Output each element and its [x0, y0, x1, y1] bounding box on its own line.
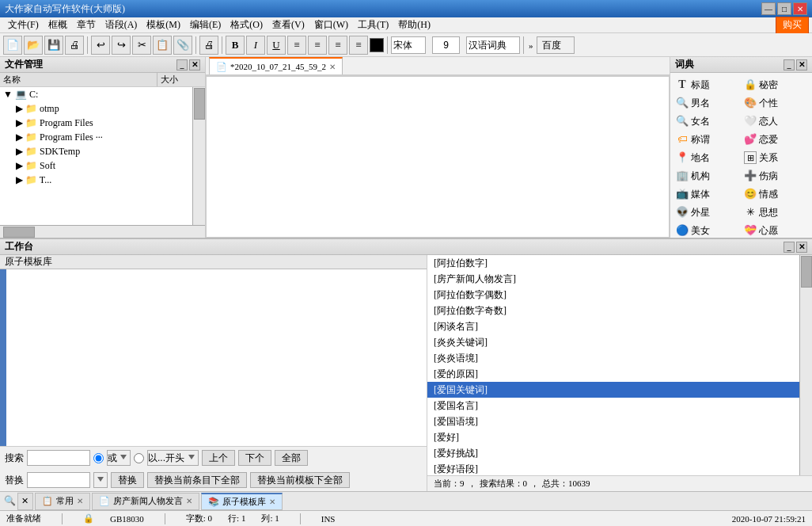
buy-button[interactable]: 购买	[776, 17, 809, 34]
list-item[interactable]: [阿拉伯数字奇数]	[427, 303, 799, 318]
list-item[interactable]: [爱好]	[427, 429, 799, 445]
radio-or[interactable]	[93, 453, 104, 463]
all-button[interactable]: 全部	[275, 450, 308, 466]
file-tree-hscrollbar[interactable]	[0, 225, 205, 238]
bottom-tab-close1[interactable]: ✕	[17, 493, 33, 510]
menu-format[interactable]: 格式(O)	[226, 17, 268, 33]
menu-view[interactable]: 查看(V)	[268, 17, 309, 33]
menu-file[interactable]: 文件(F)	[3, 17, 44, 33]
workbench-close[interactable]: ✕	[796, 242, 807, 253]
dict-select[interactable]: 汉语词典	[466, 36, 520, 54]
replace-template-button[interactable]: 替换当前模板下全部	[250, 472, 350, 488]
dict-item-illness[interactable]: ➕ 伤病	[742, 167, 809, 185]
replace-type-select[interactable]	[93, 472, 108, 488]
list-item[interactable]: [爱好挑战]	[427, 445, 799, 461]
menu-template[interactable]: 模板(M)	[142, 17, 185, 33]
dict-item-relation[interactable]: ⊞ 关系	[742, 149, 809, 166]
new-button[interactable]: 📄	[3, 36, 22, 55]
tab-common-close[interactable]: ✕	[77, 497, 83, 505]
italic-button[interactable]: I	[246, 36, 265, 55]
font-name-select[interactable]: 宋体	[391, 36, 426, 54]
search-mode-select[interactable]: 或	[107, 450, 131, 466]
list-item[interactable]: [炎炎关键词]	[427, 334, 799, 350]
list-item[interactable]: [爱国名言]	[427, 398, 799, 414]
list-item[interactable]: [炎炎语境]	[427, 350, 799, 366]
dict-item-org[interactable]: 🏢 机构	[674, 167, 741, 185]
list-item[interactable]: [爱好语段]	[427, 461, 799, 475]
replace-input[interactable]	[27, 472, 90, 488]
menu-outline[interactable]: 框概	[44, 17, 72, 33]
radio-startswith[interactable]	[134, 453, 144, 463]
undo-button[interactable]: ↩	[91, 36, 110, 55]
replace-button[interactable]: 替换	[111, 472, 144, 488]
dict-item-femalename[interactable]: 🔍 女名	[674, 112, 741, 130]
menu-edit[interactable]: 编辑(E)	[185, 17, 226, 33]
tree-item[interactable]: ▶ 📁 SDKTemp	[0, 144, 192, 158]
paste-button[interactable]: 📎	[173, 36, 192, 55]
search-input[interactable]	[27, 450, 90, 466]
hscrollbar-thumb[interactable]	[3, 227, 35, 238]
tree-item[interactable]: ▶ 📁 Soft	[0, 158, 192, 173]
editor-textarea[interactable]	[207, 77, 669, 237]
align-center-button[interactable]: ≡	[308, 36, 327, 55]
color-picker[interactable]	[370, 38, 384, 52]
workbench-minimize[interactable]: _	[784, 242, 795, 253]
dict-close[interactable]: ✕	[796, 59, 807, 71]
menu-paragraph[interactable]: 语段(A)	[101, 17, 142, 33]
dict-item-emotion[interactable]: 😊 情感	[742, 185, 809, 203]
copy-button[interactable]: 📋	[153, 36, 172, 55]
bottom-tab-news[interactable]: 📄 房产新闻人物发言 ✕	[92, 493, 199, 510]
cut-button[interactable]: ✂	[132, 36, 151, 55]
tab-close-button[interactable]: ✕	[329, 63, 336, 71]
tree-item[interactable]: ▶ 📁 Program Files ···	[0, 130, 192, 144]
tree-item[interactable]: ▶ 📁 Program Files	[0, 116, 192, 130]
align-justify-button[interactable]: ≡	[349, 36, 368, 55]
dict-item-thought[interactable]: ✳ 思想	[742, 204, 809, 221]
menu-help[interactable]: 帮助(H)	[393, 17, 435, 33]
list-item-selected[interactable]: [爱国关键词]	[427, 382, 799, 398]
redo-button[interactable]: ↪	[112, 36, 131, 55]
dict-item-malename[interactable]: 🔍 男名	[674, 94, 741, 112]
dict-item-media[interactable]: 📺 媒体	[674, 185, 741, 203]
maximize-button[interactable]: □	[777, 2, 791, 15]
tree-item[interactable]: ▼ 💻 C:	[0, 87, 192, 101]
list-item[interactable]: [房产新闻人物发言]	[427, 271, 799, 287]
print-button[interactable]: 🖨	[65, 36, 84, 55]
file-manager-close[interactable]: ✕	[189, 59, 200, 71]
tree-item[interactable]: ▶ 📁 otmp	[0, 101, 192, 116]
editor-tab-active[interactable]: 📄 *2020_10_07_21_45_59_2 ✕	[209, 57, 343, 74]
save-button[interactable]: 💾	[44, 36, 63, 55]
open-button[interactable]: 📂	[24, 36, 43, 55]
dict-item-secret[interactable]: 🔒 秘密	[742, 76, 809, 93]
align-left-button[interactable]: ≡	[287, 36, 306, 55]
bold-button[interactable]: B	[226, 36, 245, 55]
dict-item-location[interactable]: 📍 地名	[674, 149, 741, 166]
list-item[interactable]: [爱国语境]	[427, 414, 799, 429]
file-manager-minimize[interactable]: _	[176, 59, 188, 71]
dict-item-wish[interactable]: 💝 心愿	[742, 222, 809, 238]
search-startswith-select[interactable]: 以...开头	[147, 450, 199, 466]
close-button[interactable]: ✕	[793, 2, 807, 15]
menu-chapter[interactable]: 章节	[72, 17, 101, 33]
bottom-tab-common[interactable]: 📋 常用 ✕	[35, 493, 90, 510]
bottom-tab-template[interactable]: 📚 原子模板库 ✕	[201, 493, 283, 510]
dict-item-title2[interactable]: 🏷 称谓	[674, 131, 741, 148]
underline-button[interactable]: U	[267, 36, 286, 55]
dict-item-title[interactable]: T 标题	[674, 76, 741, 93]
dict-item-alien[interactable]: 👽 外星	[674, 204, 741, 221]
dict-item-romance[interactable]: 💕 恋爱	[742, 131, 809, 148]
dict-item-beauty[interactable]: 🔵 美女	[674, 222, 741, 238]
file-tree-scrollbar[interactable]	[192, 87, 205, 225]
list-scrollbar[interactable]	[799, 255, 812, 475]
menu-window[interactable]: 窗口(W)	[309, 17, 353, 33]
next-button[interactable]: 下个	[238, 450, 271, 466]
dict-item-personality[interactable]: 🎨 个性	[742, 94, 809, 112]
prev-button[interactable]: 上个	[202, 450, 235, 466]
scrollbar-thumb[interactable]	[194, 88, 205, 120]
print2-button[interactable]: 🖨	[199, 36, 218, 55]
dict-minimize[interactable]: _	[784, 59, 795, 71]
font-size-input[interactable]	[432, 36, 460, 54]
list-scrollbar-thumb[interactable]	[801, 256, 812, 288]
tab-news-close[interactable]: ✕	[186, 497, 192, 505]
search-engine-select[interactable]: 百度	[537, 36, 575, 54]
